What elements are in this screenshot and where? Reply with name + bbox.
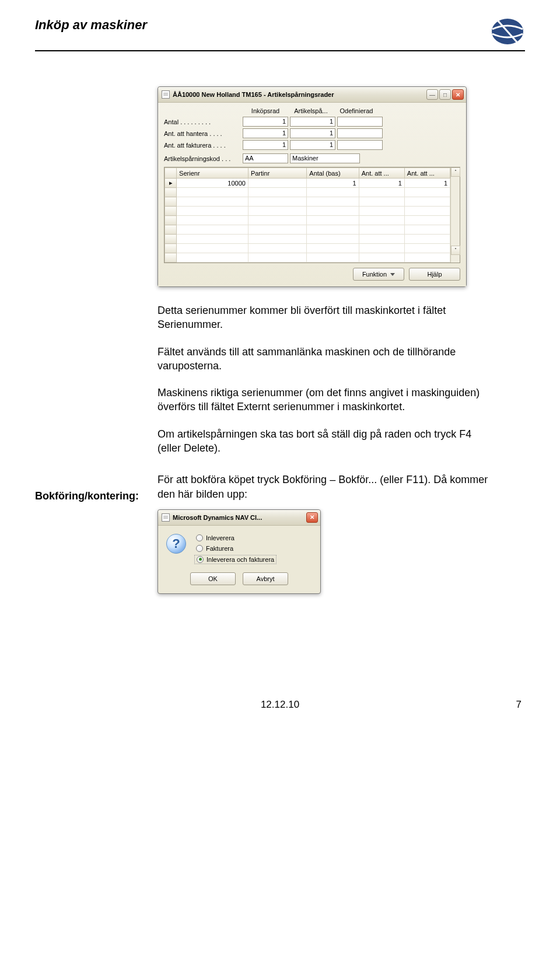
radio-label: Inleverera och fakturera	[206, 556, 274, 563]
cell-att2[interactable]: 1	[404, 179, 450, 188]
row-marker: ▸	[165, 179, 177, 188]
radio-icon	[197, 556, 204, 563]
grid-col-att1[interactable]: Ant. att ...	[359, 168, 404, 179]
scroll-down-icon[interactable]: ˅	[451, 246, 460, 255]
table-row[interactable]	[165, 216, 450, 225]
document-icon	[162, 90, 170, 99]
radio-inleverera-och-fakturera[interactable]: Inleverera och fakturera	[194, 555, 276, 564]
paragraph-4: Om artikelspårningen ska tas bort så stä…	[158, 427, 496, 456]
col-header-inkopsrad: Inköpsrad	[243, 107, 288, 114]
company-logo	[490, 18, 525, 46]
scroll-up-icon[interactable]: ˄	[451, 167, 460, 177]
post-dialog: Microsoft Dynamics NAV Cl... ✕ ? Inlever…	[158, 509, 321, 594]
cell-serienr[interactable]: 10000	[177, 179, 249, 188]
minimize-button[interactable]: —	[426, 89, 438, 100]
chevron-down-icon	[390, 273, 395, 276]
field-hantera-2[interactable]: 1	[290, 128, 335, 138]
maximize-button[interactable]: □	[439, 89, 451, 100]
field-fakturera-1[interactable]: 1	[243, 140, 288, 150]
grid-col-antal[interactable]: Antal (bas)	[307, 168, 359, 179]
page-title: Inköp av maskiner	[35, 18, 147, 33]
table-row[interactable]	[165, 235, 450, 244]
footer-page-number: 7	[516, 699, 522, 711]
hjalp-button[interactable]: Hjälp	[409, 268, 460, 281]
paragraph-2: Fältet används till att sammanlänka mask…	[158, 345, 496, 373]
radio-inleverera[interactable]: Inleverera	[194, 534, 276, 542]
paragraph-3: Maskinens riktiga serienummer (om det fi…	[158, 386, 496, 414]
funktion-button[interactable]: Funktion	[353, 268, 404, 281]
paragraph-bokforing: För att bokföra köpet tryck Bokföring – …	[158, 473, 496, 501]
paragraph-1: Detta serienummer kommer bli överfört ti…	[158, 303, 496, 332]
field-antal-1[interactable]: 1	[243, 117, 288, 127]
question-icon: ?	[166, 534, 186, 554]
field-hantera-3[interactable]	[337, 128, 383, 138]
tracking-lines-window: ÅÅ10000 New Holland TM165 - Artikelspårn…	[158, 86, 467, 287]
field-fakturera-2[interactable]: 1	[290, 140, 335, 150]
field-antal-3[interactable]	[337, 117, 383, 127]
table-row[interactable]	[165, 253, 450, 263]
dialog-titlebar[interactable]: Microsoft Dynamics NAV Cl... ✕	[158, 510, 320, 526]
radio-label: Inleverera	[206, 534, 235, 541]
footer-date: 12.12.10	[261, 699, 299, 711]
field-hantera-1[interactable]: 1	[243, 128, 288, 138]
grid-col-serienr[interactable]: Serienr	[177, 168, 249, 179]
radio-icon	[196, 534, 203, 541]
table-row[interactable]	[165, 188, 450, 197]
label-fakturera: Ant. att fakturera . . . .	[164, 142, 243, 149]
dialog-title: Microsoft Dynamics NAV Cl...	[173, 514, 262, 521]
col-header-odefinierad: Odefinierad	[334, 107, 379, 114]
radio-icon	[196, 545, 203, 552]
grid-col-att2[interactable]: Ant. att ...	[404, 168, 450, 179]
table-row[interactable]	[165, 197, 450, 207]
table-row[interactable]: ▸ 10000 1 1 1	[165, 179, 450, 188]
ok-button[interactable]: OK	[190, 572, 236, 585]
label-antal: Antal . . . . . . . . .	[164, 118, 243, 125]
section-bokforing-label: Bokföring/kontering:	[35, 490, 158, 502]
table-row[interactable]	[165, 225, 450, 235]
field-sparningskod-2[interactable]: Maskiner	[290, 153, 360, 163]
document-icon	[162, 513, 170, 522]
window-titlebar[interactable]: ÅÅ10000 New Holland TM165 - Artikelspårn…	[158, 87, 466, 103]
radio-label: Fakturera	[206, 545, 233, 552]
tracking-grid[interactable]: Serienr Partinr Antal (bas) Ant. att ...…	[164, 167, 460, 263]
field-antal-2[interactable]: 1	[290, 117, 335, 127]
label-hantera: Ant. att hantera . . . .	[164, 130, 243, 137]
cell-att1[interactable]: 1	[359, 179, 404, 188]
field-sparningskod-1[interactable]: AA	[243, 153, 288, 163]
grid-col-partinr[interactable]: Partinr	[248, 168, 306, 179]
cell-antal[interactable]: 1	[307, 179, 359, 188]
grid-scrollbar[interactable]: ˄ ˅	[450, 167, 460, 263]
label-sparningskod: Artikelspårningskod . . .	[164, 155, 243, 162]
radio-fakturera[interactable]: Fakturera	[194, 544, 276, 553]
table-row[interactable]	[165, 244, 450, 253]
col-header-artikelspa: Artikelspå...	[288, 107, 334, 114]
cancel-button[interactable]: Avbryt	[243, 572, 288, 585]
cell-partinr[interactable]	[248, 179, 306, 188]
grid-rowselect-header[interactable]	[165, 168, 177, 179]
dialog-close-button[interactable]: ✕	[306, 512, 318, 523]
window-title: ÅÅ10000 New Holland TM165 - Artikelspårn…	[173, 91, 334, 98]
field-fakturera-3[interactable]	[337, 140, 383, 150]
table-row[interactable]	[165, 207, 450, 216]
close-button[interactable]: ✕	[452, 89, 464, 100]
